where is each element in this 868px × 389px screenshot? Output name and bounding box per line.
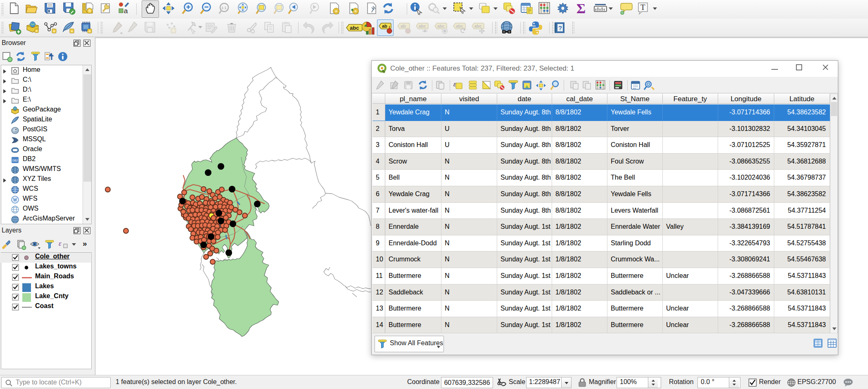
svg-text:abc: abc: [474, 24, 482, 28]
svg-text:ε: ε: [59, 240, 62, 247]
svg-text:abc: abc: [350, 25, 359, 31]
svg-text:a: a: [124, 7, 128, 15]
svg-text:T: T: [640, 3, 645, 12]
svg-text:ε: ε: [453, 81, 456, 88]
svg-text:?: ?: [558, 24, 562, 31]
svg-text:abc: abc: [437, 24, 445, 28]
svg-text:ab: ab: [382, 24, 387, 28]
svg-text:ab: ab: [401, 24, 406, 28]
svg-text:abc: abc: [456, 24, 463, 28]
svg-text:1:1: 1:1: [221, 6, 227, 10]
svg-text:abc: abc: [419, 24, 426, 28]
svg-text:DB2: DB2: [12, 159, 18, 162]
